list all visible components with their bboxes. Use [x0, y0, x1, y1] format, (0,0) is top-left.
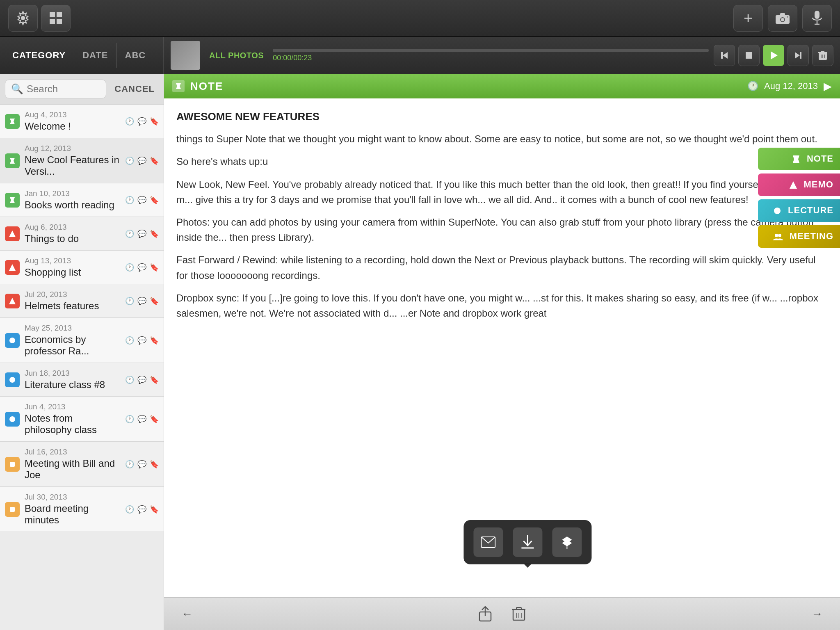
svg-marker-19 — [9, 298, 16, 304]
note-icons-2: 🕐 💬 🔖 — [125, 156, 159, 165]
search-input[interactable] — [27, 83, 100, 95]
note-item-1[interactable]: Aug 4, 2013 Welcome ! 🕐 💬 🔖 — [0, 105, 164, 138]
media-delete-button[interactable] — [812, 45, 833, 66]
grid-button[interactable] — [41, 5, 71, 32]
note-date-2: Aug 12, 2013 — [25, 144, 120, 153]
cat-type-meeting-button[interactable]: MEETING — [758, 225, 840, 248]
note-header-date: Aug 12, 2013 — [764, 81, 818, 91]
bookmark-icon-4: 🔖 — [150, 229, 159, 238]
note-flag-yellow-10 — [5, 457, 20, 472]
all-photos-button[interactable]: ALL PHOTOS — [205, 48, 268, 63]
bookmark-icon-9: 🔖 — [150, 415, 159, 424]
note-icons-10: 🕐 💬 🔖 — [125, 460, 159, 469]
cat-type-memo-button[interactable]: MEMO — [758, 173, 840, 196]
search-bar: 🔍 CANCEL — [0, 74, 164, 105]
note-item-8[interactable]: Jun 18, 2013 Literature class #8 🕐 💬 🔖 — [0, 363, 164, 397]
clock-icon-6: 🕐 — [125, 297, 134, 306]
share-download-button[interactable] — [513, 527, 542, 557]
svg-rect-27 — [746, 52, 752, 59]
add-button[interactable]: + — [733, 5, 763, 32]
search-input-wrapper: 🔍 — [5, 80, 106, 98]
svg-marker-38 — [793, 155, 799, 163]
svg-marker-15 — [10, 158, 15, 164]
cancel-button[interactable]: CANCEL — [110, 81, 159, 97]
bookmark-icon-10: 🔖 — [150, 460, 159, 469]
note-date-11: Jul 30, 2013 — [25, 493, 120, 502]
note-item-7[interactable]: May 25, 2013 Economics by professor Ra..… — [0, 318, 164, 363]
bottom-center-controls — [475, 603, 530, 625]
toolbar-left — [8, 5, 71, 32]
svg-point-41 — [775, 234, 778, 237]
note-info-10: Jul 16, 2013 Meeting with Bill and Joe — [25, 447, 120, 481]
progress-bar[interactable] — [273, 49, 709, 52]
svg-point-40 — [774, 208, 781, 214]
step-forward-button[interactable] — [788, 45, 809, 66]
note-info-2: Aug 12, 2013 New Cool Features in Versi.… — [25, 144, 120, 177]
tab-date[interactable]: DATE — [74, 43, 116, 68]
share-button[interactable] — [475, 603, 496, 625]
note-para-2: So here's whats up:u — [176, 154, 828, 169]
note-item-2[interactable]: Aug 12, 2013 New Cool Features in Versi.… — [0, 138, 164, 183]
note-para-4: Photos: you can add photos by using your… — [176, 215, 828, 245]
note-item-6[interactable]: Jul 20, 2013 Helmets features 🕐 💬 🔖 — [0, 284, 164, 318]
next-icon: → — [811, 607, 823, 621]
note-item-3[interactable]: Jan 10, 2013 Books worth reading 🕐 💬 🔖 — [0, 183, 164, 217]
tab-abc[interactable]: ABC — [117, 43, 155, 68]
note-icons-9: 🕐 💬 🔖 — [125, 415, 159, 424]
next-button[interactable]: → — [806, 603, 828, 625]
svg-rect-9 — [780, 13, 785, 16]
stop-button[interactable] — [738, 45, 760, 66]
toolbar-right: + — [733, 5, 832, 32]
cat-type-note-button[interactable]: NOTE — [758, 148, 840, 170]
clock-icon-10: 🕐 — [125, 460, 134, 469]
note-date-4: Aug 6, 2013 — [25, 223, 120, 232]
delete-button[interactable] — [508, 603, 530, 625]
prev-icon: ← — [181, 607, 193, 621]
settings-button[interactable] — [8, 5, 38, 32]
microphone-button[interactable] — [802, 5, 832, 32]
play-button[interactable] — [763, 45, 784, 66]
clock-icon-2: 🕐 — [125, 156, 134, 165]
svg-rect-26 — [721, 52, 723, 59]
svg-rect-11 — [815, 11, 819, 19]
note-item-10[interactable]: Jul 16, 2013 Meeting with Bill and Joe 🕐… — [0, 442, 164, 487]
note-title-5: Shopping list — [25, 267, 120, 278]
chat-icon-10: 💬 — [137, 460, 146, 469]
sidebar: CATEGORY DATE ABC 🔍 CANCEL Aug 4, 2013 W… — [0, 37, 164, 630]
note-para-1: things to Super Note that we thought you… — [176, 131, 828, 146]
media-thumbnail[interactable] — [171, 41, 200, 70]
note-clock-icon: 🕐 — [747, 81, 758, 91]
camera-button[interactable] — [768, 5, 797, 32]
note-icons-7: 🕐 💬 🔖 — [125, 336, 159, 345]
note-item-4[interactable]: Aug 6, 2013 Things to do 🕐 💬 🔖 — [0, 217, 164, 251]
note-content: AWESOME NEW FEATURES things to Super Not… — [164, 98, 840, 597]
note-flag-green-3 — [5, 193, 20, 208]
note-title-3: Books worth reading — [25, 199, 120, 211]
chat-icon-6: 💬 — [137, 297, 146, 306]
category-header: CATEGORY DATE ABC — [0, 37, 164, 74]
note-info-5: Aug 13, 2013 Shopping list — [25, 256, 120, 278]
note-content-title: AWESOME NEW FEATURES — [176, 108, 828, 125]
svg-point-22 — [9, 416, 15, 422]
prev-button[interactable]: ← — [176, 603, 198, 625]
note-info-4: Aug 6, 2013 Things to do — [25, 223, 120, 244]
note-info-11: Jul 30, 2013 Board meeting minutes — [25, 493, 120, 526]
note-icons-8: 🕐 💬 🔖 — [125, 375, 159, 384]
note-info-6: Jul 20, 2013 Helmets features — [25, 290, 120, 312]
share-dropbox-button[interactable] — [552, 527, 582, 557]
note-icons-3: 🕐 💬 🔖 — [125, 196, 159, 205]
share-email-button[interactable] — [473, 527, 503, 557]
rewind-button[interactable] — [714, 45, 735, 66]
svg-marker-16 — [10, 197, 15, 203]
note-item-5[interactable]: Aug 13, 2013 Shopping list 🕐 💬 🔖 — [0, 251, 164, 284]
time-label: 00:00/00:23 — [273, 54, 709, 62]
tab-category[interactable]: CATEGORY — [4, 43, 74, 68]
clock-icon-4: 🕐 — [125, 229, 134, 238]
cat-type-lecture-button[interactable]: LECTURE — [758, 199, 840, 222]
note-date-7: May 25, 2013 — [25, 324, 120, 333]
note-item-11[interactable]: Jul 30, 2013 Board meeting minutes 🕐 💬 🔖 — [0, 487, 164, 532]
top-toolbar: + — [0, 0, 840, 37]
bottom-bar: ← — [164, 597, 840, 630]
svg-point-10 — [787, 16, 788, 18]
note-item-9[interactable]: Jun 4, 2013 Notes from philosophy class … — [0, 397, 164, 442]
